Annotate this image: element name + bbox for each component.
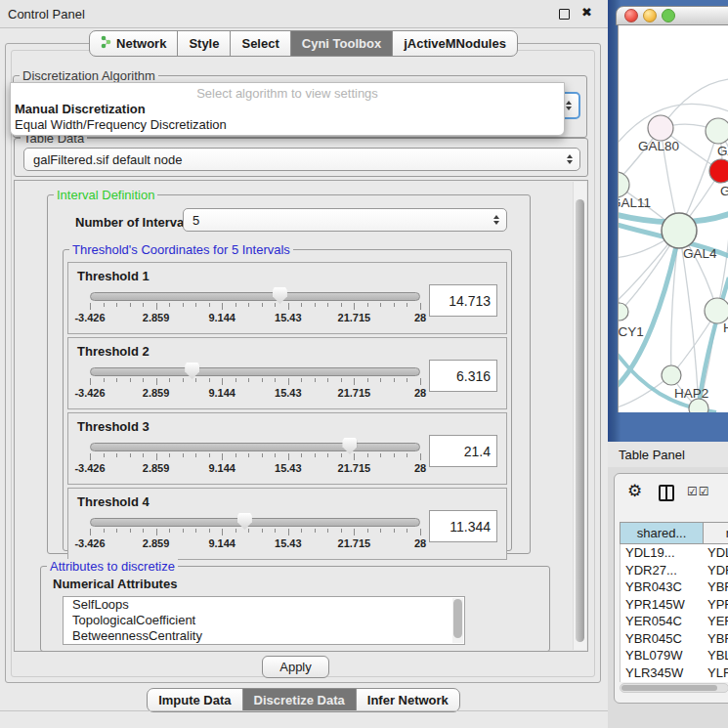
number-of-intervals-label: Number of Intervals [75,215,194,230]
close-icon[interactable]: ✖ [581,5,592,20]
scrollbar-thumb[interactable] [621,685,717,691]
tab-discretize-data[interactable]: Discretize Data [242,688,357,712]
table-cell[interactable]: YIL0 [704,681,728,682]
threshold-slider[interactable] [90,518,420,527]
table-row[interactable]: YPR145WYPR1 [621,596,728,614]
minimize-traffic-light[interactable] [643,9,657,22]
attribute-item[interactable]: SelfLoops [64,597,464,613]
table-data-combo[interactable]: galFiltered.sif default node [23,148,580,171]
float-window-icon[interactable] [559,9,570,20]
split-view-icon[interactable] [659,485,674,501]
table-row[interactable]: YIL052CYIL0 [621,681,728,682]
slider-ticks [90,303,420,311]
table-cell[interactable]: YER0 [704,613,728,630]
table-cell[interactable]: YBL079W [621,647,704,664]
table-cell[interactable]: YDR2 [704,562,728,579]
table-row[interactable]: YBR045CYBR0 [621,630,728,648]
table-cell[interactable]: YDL19... [621,544,704,562]
numerical-attributes-list[interactable]: SelfLoopsTopologicalCoefficientBetweenne… [63,596,465,645]
column-header-name[interactable]: na [704,523,728,543]
checkbox-icons[interactable]: ☑☑ [687,485,710,498]
gear-icon[interactable]: ⚙ [627,481,642,500]
table-row[interactable]: YLR345WYLR3 [621,664,728,682]
list-scrollbar[interactable] [452,598,463,643]
number-of-intervals-combo[interactable]: 5 [183,208,507,232]
network-node[interactable] [706,118,728,144]
apply-button[interactable]: Apply [262,656,329,678]
table-row[interactable]: YBL079WYBL0 [621,647,728,664]
zoom-traffic-light[interactable] [662,9,675,22]
network-canvas[interactable]: GAL80 GA G GAL11 GAL4 GCY1 H HAP2 [618,25,728,412]
table-row[interactable]: YDR27...YDR2 [621,562,728,579]
tab-label: Cyni Toolbox [302,36,381,51]
column-header-shared-name[interactable]: shared... [621,523,704,543]
node-label: H [723,321,728,335]
slider-ticks [90,453,420,461]
tab-network[interactable]: Network [89,30,178,57]
horizontal-scrollbar[interactable] [620,683,728,693]
threshold-value-field[interactable]: 21.4 [429,435,497,467]
node-label: GAL4 [683,246,717,261]
threshold-slider[interactable] [90,443,420,451]
network-node[interactable] [619,303,628,321]
attribute-item[interactable]: BetweennessCentrality [64,628,464,644]
tab-label: jActiveMNodules [404,36,506,51]
table-cell[interactable]: YIL052C [621,681,704,682]
table-cell[interactable]: YPR1 [704,596,728,614]
thresholds-group: Threshold's Coordinates for 5 Intervals … [63,249,512,551]
tab-select[interactable]: Select [230,30,290,57]
table-cell[interactable]: YPR145W [621,596,704,614]
threshold-value-field[interactable]: 14.713 [429,284,497,317]
scrollbar-thumb[interactable] [576,199,584,642]
table-cell[interactable]: YDR27... [621,562,704,579]
network-node[interactable] [709,159,728,183]
tab-label: Network [116,36,166,51]
threshold-slider[interactable] [90,367,420,376]
network-window-titlebar[interactable] [616,6,728,25]
network-node[interactable] [662,213,697,248]
tab-label: Infer Network [367,693,449,707]
tab-style[interactable]: Style [177,30,231,57]
interval-definition-group-title: Interval Definition [54,188,157,202]
tab-infer-network[interactable]: Infer Network [356,688,460,712]
network-node[interactable] [619,172,629,197]
table-rows: YDL19...YDL1YDR27...YDR2YBR043CYBR0YPR14… [620,544,728,682]
network-node[interactable] [689,399,708,412]
threshold-slider[interactable] [90,292,420,301]
table-panel: ⚙ ☑☑ shared... na YDL19...YDL1YDR27...YD… [608,467,728,728]
close-traffic-light[interactable] [624,9,638,22]
threshold-value-field[interactable]: 11.344 [429,510,497,542]
table-cell[interactable]: YLR3 [704,664,728,682]
node-label: GA [717,144,728,158]
scrollbar-thumb[interactable] [453,599,462,638]
vertical-scrollbar[interactable] [573,182,586,650]
tab-impute-data[interactable]: Impute Data [147,688,242,712]
table-cell[interactable]: YER054C [621,613,704,630]
slider-thumb[interactable] [185,363,199,379]
threshold-value-field[interactable]: 6.316 [429,360,497,392]
table-row[interactable]: YER054CYER0 [621,613,728,630]
network-graph[interactable]: GAL80 GA G GAL11 GAL4 GCY1 H HAP2 [619,25,728,412]
table-cell[interactable]: YBR043C [621,578,704,596]
network-node[interactable] [648,115,673,141]
table-cell[interactable]: YDL1 [704,544,728,562]
table-cell[interactable]: YLR345W [621,664,704,682]
network-node[interactable] [662,365,681,385]
popup-item-equal-width-frequency[interactable]: Equal Width/Frequency Discretization [15,117,227,132]
tab-cyni-toolbox[interactable]: Cyni Toolbox [290,30,393,57]
tab-jactivemnodules[interactable]: jActiveMNodules [392,30,518,57]
table-cell[interactable]: YBR0 [704,578,728,596]
popup-item-manual-discretization[interactable]: Manual Discretization [15,102,146,116]
table-row[interactable]: YBR043CYBR0 [621,578,728,596]
table-cell[interactable]: YBR045C [621,630,704,648]
slider-thumb[interactable] [237,513,252,530]
control-panel: Control Panel ✖ Network Style Select Cyn… [0,0,608,728]
table-cell[interactable]: YBL0 [704,647,728,664]
slider-thumb[interactable] [342,438,357,454]
table-panel-inner: ⚙ ☑☑ shared... na YDL19...YDL1YDR27...YD… [614,473,728,704]
table-cell[interactable]: YBR0 [704,630,728,648]
attribute-item[interactable]: TopologicalCoefficient [64,613,464,628]
stepper-arrows-icon [493,215,499,225]
slider-thumb[interactable] [273,287,287,304]
table-row[interactable]: YDL19...YDL1 [621,544,728,562]
